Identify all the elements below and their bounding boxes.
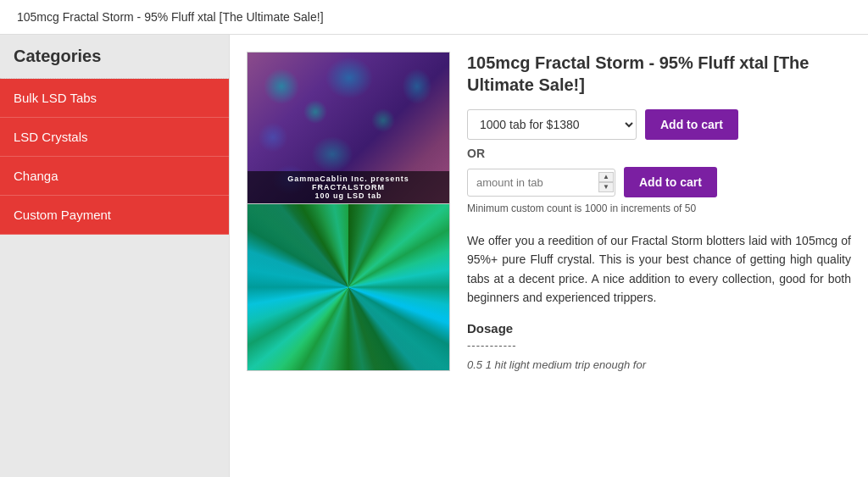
product-image-label: GammaCablin Inc. presents FRACTALSTORM 1… (248, 171, 449, 203)
product-image-secondary (247, 204, 450, 371)
or-divider: OR (467, 147, 851, 160)
custom-amount-row: ▲ ▼ Add to cart (467, 167, 851, 197)
quantity-select[interactable]: 1000 tab for $1380 2000 tab for $2600 50… (467, 109, 637, 140)
product-layout: GammaCablin Inc. presents FRACTALSTORM 1… (247, 52, 851, 371)
sidebar-title: Categories (0, 35, 229, 79)
amount-input[interactable] (467, 169, 615, 197)
sidebar-item-lsd-crystals[interactable]: LSD Crystals (0, 118, 229, 157)
content-area: GammaCablin Inc. presents FRACTALSTORM 1… (229, 35, 868, 477)
dosage-separator: ----------- (467, 339, 851, 352)
sidebar: Categories Bulk LSD Tabs LSD Crystals Ch… (0, 35, 229, 477)
product-image-main: GammaCablin Inc. presents FRACTALSTORM 1… (247, 52, 450, 204)
product-images: GammaCablin Inc. presents FRACTALSTORM 1… (247, 52, 450, 371)
dosage-values: 0.5 1 hit light medium trip enough for (467, 358, 851, 371)
top-bar: 105mcg Fractal Storm - 95% Fluff xtal [T… (0, 0, 868, 35)
product-details: 105mcg Fractal Storm - 95% Fluff xtal [T… (467, 52, 851, 371)
product-title: 105mcg Fractal Storm - 95% Fluff xtal [T… (467, 52, 851, 96)
spinner-down-arrow[interactable]: ▼ (598, 182, 614, 192)
amount-spinner-wrapper: ▲ ▼ (467, 169, 615, 197)
add-to-cart-button-preset[interactable]: Add to cart (645, 109, 738, 140)
product-description: We offer you a reedition of our Fractal … (467, 231, 851, 308)
spinner-up-arrow[interactable]: ▲ (598, 172, 614, 182)
add-to-cart-button-custom[interactable]: Add to cart (624, 167, 717, 197)
breadcrumb: 105mcg Fractal Storm - 95% Fluff xtal [T… (17, 10, 324, 24)
spiral-overlay (248, 204, 449, 370)
minimum-note: Minimum custom count is 1000 in incremen… (467, 202, 851, 214)
sidebar-item-bulk-lsd-tabs[interactable]: Bulk LSD Tabs (0, 79, 229, 118)
preset-purchase-row: 1000 tab for $1380 2000 tab for $2600 50… (467, 109, 851, 140)
sidebar-item-changa[interactable]: Changa (0, 157, 229, 196)
sidebar-item-custom-payment[interactable]: Custom Payment (0, 196, 229, 235)
spinner-arrows: ▲ ▼ (598, 172, 614, 192)
dosage-title: Dosage (467, 321, 851, 336)
